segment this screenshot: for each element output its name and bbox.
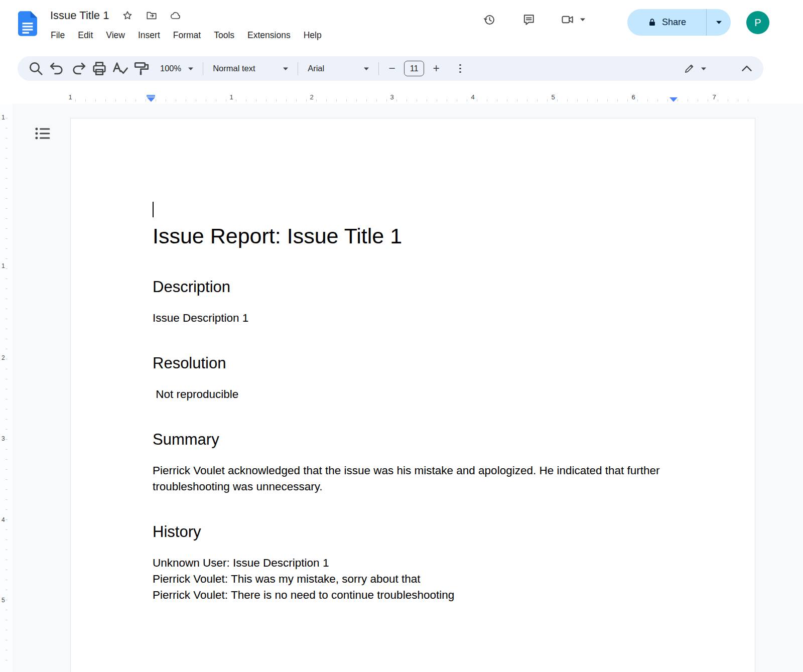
- left-indent-marker[interactable]: [147, 95, 155, 102]
- ruler-label: 4: [2, 516, 5, 523]
- menu-view[interactable]: View: [99, 27, 131, 44]
- header-region: Issue Title 1 File Edit View Insert Form…: [0, 0, 803, 104]
- chevron-down-icon: [701, 67, 706, 70]
- title-row: Issue Title 1: [50, 8, 194, 24]
- version-history-icon[interactable]: [483, 13, 496, 26]
- comments-icon[interactable]: [522, 13, 535, 26]
- move-folder-icon[interactable]: [146, 10, 157, 21]
- ruler-label: 1: [229, 93, 233, 101]
- cloud-status-icon[interactable]: [170, 10, 181, 21]
- vertical-ruler: 1 1 2 3 4 5: [0, 104, 13, 672]
- header-actions: [483, 13, 585, 26]
- history-line: Pierrick Voulet: There is no need to con…: [153, 587, 675, 603]
- ruler-label: 5: [551, 93, 555, 101]
- lock-icon: [647, 18, 657, 27]
- increase-font-size-button[interactable]: +: [428, 60, 445, 77]
- decrease-font-size-button[interactable]: −: [383, 60, 400, 77]
- ruler-label: 4: [471, 93, 474, 101]
- empty-paragraph: [153, 202, 675, 218]
- menu-tools[interactable]: Tools: [207, 27, 241, 44]
- right-indent-handle[interactable]: [670, 97, 678, 102]
- section-body-summary: Pierrick Voulet acknowledged that the is…: [153, 463, 675, 495]
- share-label: Share: [662, 17, 686, 28]
- font-family-value: Arial: [308, 64, 324, 73]
- star-icon[interactable]: [122, 10, 133, 21]
- search-menus-button[interactable]: [26, 60, 47, 78]
- menu-format[interactable]: Format: [167, 27, 207, 44]
- menu-edit[interactable]: Edit: [71, 27, 99, 44]
- zoom-value: 100%: [160, 64, 181, 73]
- share-main[interactable]: Share: [627, 9, 706, 36]
- toolbar-separator: [378, 62, 379, 75]
- menu-extensions[interactable]: Extensions: [241, 27, 297, 44]
- section-body-resolution: Not reproducible: [153, 386, 675, 402]
- ruler-label: 5: [2, 597, 5, 604]
- history-line: Unknown User: Issue Description 1: [153, 555, 675, 571]
- share-dropdown[interactable]: [706, 9, 731, 36]
- zoom-select[interactable]: 100%: [155, 62, 198, 75]
- meet-call-control[interactable]: [561, 13, 585, 26]
- font-size-input[interactable]: 11: [404, 61, 424, 76]
- pencil-icon: [684, 63, 695, 74]
- right-indent-marker[interactable]: [670, 97, 678, 102]
- chevron-down-icon: [364, 67, 369, 70]
- toolbar-separator: [298, 62, 298, 75]
- chevron-down-icon: [580, 18, 585, 21]
- ruler-ticks: [6, 118, 8, 670]
- paragraph-style-value: Normal text: [213, 64, 255, 73]
- document-page[interactable]: Issue Report: Issue Title 1 Description …: [70, 118, 755, 672]
- ruler-label: 3: [390, 93, 393, 101]
- menu-bar: File Edit View Insert Format Tools Exten…: [44, 27, 328, 44]
- section-body-description: Issue Description 1: [153, 310, 675, 326]
- ruler-label: 1: [68, 93, 72, 101]
- menu-help[interactable]: Help: [297, 27, 328, 44]
- hide-menus-button[interactable]: [738, 60, 755, 77]
- section-heading-history: History: [153, 522, 675, 542]
- menu-file[interactable]: File: [44, 27, 71, 44]
- ruler-label: 1: [2, 262, 5, 270]
- ruler-label: 1: [2, 114, 5, 121]
- ruler-label: 2: [310, 93, 313, 101]
- more-toolbar-options-button[interactable]: [452, 60, 469, 77]
- toolbar: 100% Normal text Arial − 11 +: [18, 56, 763, 81]
- section-heading-resolution: Resolution: [153, 353, 675, 373]
- ruler-label: 6: [631, 93, 635, 101]
- toolbar-separator: [203, 62, 203, 75]
- print-button[interactable]: [89, 60, 110, 78]
- chevron-down-icon: [283, 67, 288, 70]
- editing-mode-select[interactable]: [680, 61, 710, 76]
- share-button[interactable]: Share: [627, 9, 731, 36]
- ruler-label: 3: [2, 435, 5, 442]
- paint-format-button[interactable]: [131, 60, 152, 78]
- left-indent-handle[interactable]: [147, 97, 155, 102]
- show-outline-button[interactable]: [33, 124, 51, 143]
- section-heading-description: Description: [153, 277, 675, 297]
- history-line: Pierrick Voulet: This was my mistake, so…: [153, 571, 675, 587]
- ruler-label: 7: [712, 93, 716, 101]
- avatar-initial: P: [754, 17, 761, 29]
- document-title-text: Issue Report: Issue Title 1: [153, 222, 675, 250]
- undo-button[interactable]: [47, 60, 68, 78]
- text-cursor: [153, 202, 154, 217]
- docs-logo-icon[interactable]: [18, 11, 37, 37]
- document-name[interactable]: Issue Title 1: [50, 9, 109, 22]
- video-camera-icon: [561, 13, 574, 26]
- font-family-select[interactable]: Arial: [303, 62, 374, 75]
- account-avatar[interactable]: P: [746, 11, 769, 34]
- chevron-down-icon: [716, 21, 722, 24]
- paragraph-style-select[interactable]: Normal text: [208, 62, 293, 75]
- ruler-label: 2: [2, 354, 5, 361]
- first-line-indent-handle[interactable]: [147, 95, 155, 97]
- ruler-ticks: [75, 99, 751, 101]
- horizontal-ruler: 1 1 2 3 4 5 6 7: [0, 92, 803, 104]
- section-heading-summary: Summary: [153, 430, 675, 450]
- redo-button[interactable]: [68, 60, 89, 78]
- menu-insert[interactable]: Insert: [131, 27, 167, 44]
- chevron-down-icon: [188, 67, 193, 70]
- spellcheck-button[interactable]: [110, 60, 131, 78]
